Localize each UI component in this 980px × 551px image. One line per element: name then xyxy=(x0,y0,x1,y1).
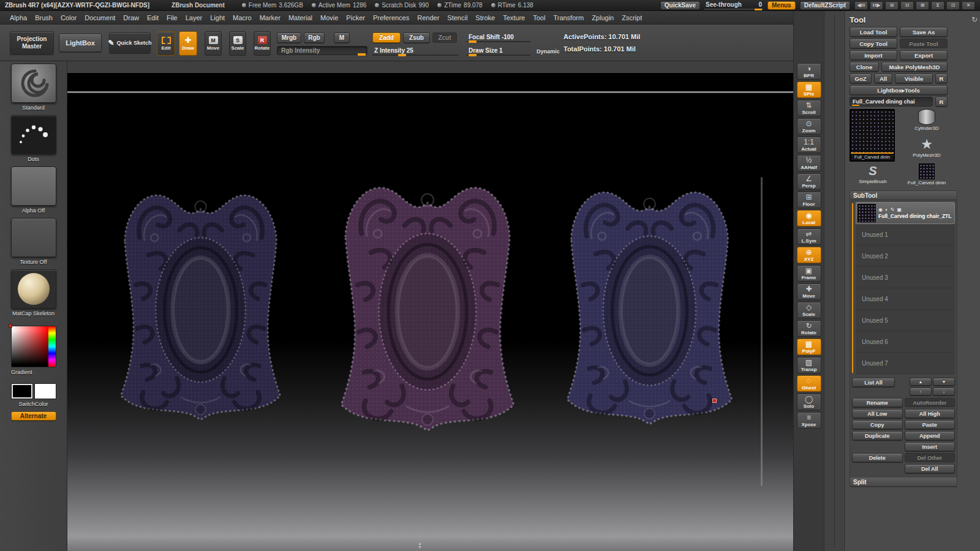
subtool-action-button[interactable]: Delete xyxy=(852,453,903,462)
subtool-slot[interactable]: Unused 2 xyxy=(856,246,955,267)
subtool-action-button[interactable]: Del Other xyxy=(905,453,956,462)
slider-handle[interactable] xyxy=(852,105,859,107)
alternate-button[interactable]: Alternate xyxy=(11,411,56,421)
active-tool-name-slider[interactable]: Full_Carved dining chai xyxy=(850,97,933,107)
clone-button[interactable]: Clone xyxy=(850,62,879,72)
menu-item[interactable]: Color xyxy=(57,13,80,23)
hue-bar[interactable] xyxy=(48,326,56,367)
solo-button[interactable]: ◯ Solo xyxy=(797,394,821,410)
shaded-preview-icon[interactable]: ◐ xyxy=(885,207,888,212)
menu-item[interactable]: File xyxy=(163,13,181,23)
floor-button[interactable]: ⊞ Floor xyxy=(797,192,821,208)
lightbox-button[interactable]: LightBox xyxy=(59,34,102,52)
ghost-button[interactable]: ◌ Ghost xyxy=(797,375,821,392)
menus-button[interactable]: Menus xyxy=(767,1,796,10)
stroke-picker[interactable] xyxy=(11,115,56,154)
subtool-slot[interactable]: Unused 3 xyxy=(856,267,955,288)
spix-button[interactable]: ▦ SPix xyxy=(797,81,821,98)
subtool-slot[interactable]: Unused 6 xyxy=(856,331,955,353)
goz-button[interactable]: GoZ xyxy=(850,73,872,83)
tool-thumb-polymesh3d[interactable]: ★ PolyMesh3D xyxy=(899,137,955,162)
rotate-button[interactable]: ↻ Rotate xyxy=(797,320,821,337)
panel-divider[interactable] xyxy=(824,11,845,551)
menu-item[interactable]: Layer xyxy=(182,13,206,23)
slider-handle[interactable] xyxy=(469,54,477,56)
subtool-action-button[interactable]: Append xyxy=(905,431,956,440)
transp-button[interactable]: ▨ Transp xyxy=(797,357,821,373)
subtool-action-button[interactable]: AutoReorder xyxy=(905,398,956,407)
canvas-vertical-scrollbar[interactable] xyxy=(761,177,763,486)
menu-item[interactable]: Movie xyxy=(317,13,342,23)
slider-handle[interactable] xyxy=(398,54,406,56)
brush-picker[interactable] xyxy=(11,64,56,103)
z-intensity-slider[interactable]: Z Intensity 25 xyxy=(372,47,458,56)
menu-item[interactable]: Draw xyxy=(119,13,143,23)
subtool-action-button[interactable]: Insert xyxy=(905,442,956,451)
expand-icon[interactable]: ⊡ xyxy=(946,1,960,10)
subtool-section-header[interactable]: SubTool xyxy=(850,191,957,200)
polyframe-button[interactable]: ▩ PolyF xyxy=(797,339,821,355)
scale-mode-button[interactable]: S Scale xyxy=(229,31,246,56)
menu-item[interactable]: Document xyxy=(81,13,119,23)
copy-tool-button[interactable]: Copy Tool xyxy=(850,39,897,48)
bpr-button[interactable]: ◑ BPR xyxy=(797,63,821,80)
subtool-action-button[interactable]: Duplicate xyxy=(852,431,903,440)
close-icon[interactable]: ✕ xyxy=(962,1,975,10)
edit-mode-button[interactable]: Edit xyxy=(157,31,175,56)
zoom-button[interactable]: ⊙ Zoom xyxy=(797,118,821,135)
shelf-scroll-left-icon[interactable]: ◀‖‖ xyxy=(854,1,868,10)
goz-visible-button[interactable]: Visible xyxy=(895,73,933,83)
dock-panel-left-icon[interactable]: ⊞ xyxy=(885,1,899,10)
active-tool-thumbnail[interactable]: Full_Carved dinin xyxy=(850,109,895,162)
canvas-scroll-arrows[interactable]: ▲ ▼ xyxy=(418,542,422,549)
tool-thumb-cylinder3d[interactable]: Cylinder3D xyxy=(899,109,955,135)
local-button[interactable]: ◉ Local xyxy=(797,210,821,227)
goz-r-button[interactable]: R xyxy=(935,73,948,83)
persp-button[interactable]: ∠ Persp xyxy=(797,173,821,190)
see-through-slider[interactable]: See-through 0 xyxy=(704,1,763,10)
scale-button[interactable]: ◇ Scale xyxy=(797,302,821,318)
menu-item[interactable]: Macro xyxy=(229,13,255,23)
secondary-color-swatch[interactable] xyxy=(34,383,56,399)
subtool-slot[interactable]: Unused 5 xyxy=(856,310,955,331)
rgb-intensity-slider[interactable]: Rgb Intensity xyxy=(277,46,368,55)
menu-item[interactable]: Stroke xyxy=(472,13,499,23)
mrgb-button[interactable]: Mrgb xyxy=(277,32,301,43)
zcut-button[interactable]: Zcut xyxy=(432,32,457,43)
menu-item[interactable]: Zplugin xyxy=(588,13,617,23)
split-section-header[interactable]: Split xyxy=(850,478,957,487)
tool-thumb-simplebrush[interactable]: S SimpleBrush xyxy=(850,163,896,186)
menu-item[interactable]: Material xyxy=(285,13,316,23)
menu-item[interactable]: Alpha xyxy=(6,13,31,23)
save-as-button[interactable]: Save As xyxy=(900,27,948,37)
collapse-icon[interactable]: ⊻ xyxy=(931,1,944,10)
subtool-arrow-button[interactable]: ↑ xyxy=(910,388,932,395)
menu-item[interactable]: Light xyxy=(206,13,228,23)
subtool-action-button[interactable]: Rename xyxy=(852,398,903,407)
frame-button[interactable]: ▣ Frame xyxy=(797,265,821,282)
subtool-action-button[interactable]: Paste xyxy=(905,420,956,429)
subtool-arrow-button[interactable]: ↓ xyxy=(933,388,955,395)
mask-icon[interactable]: ▣ xyxy=(897,207,902,212)
menu-item[interactable]: Texture xyxy=(499,13,529,23)
xpose-button[interactable]: ≡ Xpose xyxy=(797,412,821,429)
subtool-slot[interactable]: Unused 1 xyxy=(856,224,955,246)
default-zscript-button[interactable]: DefaultZScript xyxy=(800,1,850,10)
draw-mode-button[interactable]: ✚ Draw xyxy=(179,31,197,56)
main-color-swatch[interactable] xyxy=(11,383,33,399)
slider-handle[interactable] xyxy=(358,53,366,56)
subtool-slot[interactable]: Unused 7 xyxy=(856,353,955,374)
move-mode-button[interactable]: M Move xyxy=(205,31,222,56)
slider-handle[interactable] xyxy=(755,9,762,10)
rgb-button[interactable]: Rgb xyxy=(304,32,325,43)
menu-item[interactable]: Edit xyxy=(143,13,162,23)
dock-panel-right-icon[interactable]: ⊟ xyxy=(900,1,914,10)
draw-size-slider[interactable]: Draw Size 1 xyxy=(467,47,530,56)
subtool-slot[interactable]: Unused 4 xyxy=(856,288,955,310)
polypaint-icon[interactable]: ✎ xyxy=(891,207,895,212)
menu-item[interactable]: Picker xyxy=(342,13,369,23)
rotate-mode-button[interactable]: R Rotate xyxy=(254,31,271,56)
subtool-action-button[interactable]: All High xyxy=(905,409,956,418)
lightbox-tools-button[interactable]: Lightbox▸Tools xyxy=(850,85,948,95)
zsub-button[interactable]: Zsub xyxy=(403,32,430,43)
